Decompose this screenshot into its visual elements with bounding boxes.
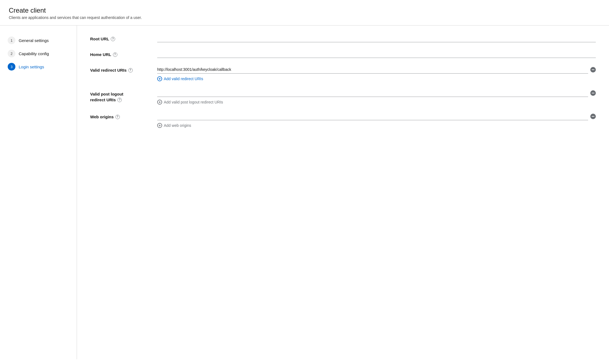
form-field-col-web-origins: + Add web origins <box>157 112 596 128</box>
remove-web-origin-button[interactable] <box>590 114 596 119</box>
web-origins-label: Web origins ? <box>90 114 151 119</box>
add-web-origins-link[interactable]: + Add web origins <box>157 123 191 128</box>
home-url-help-icon[interactable]: ? <box>113 52 117 57</box>
form-label-col-web-origins: Web origins ? <box>90 112 151 119</box>
step-badge-2: 2 <box>8 50 15 57</box>
add-web-origins-icon: + <box>157 123 162 128</box>
web-origins-input[interactable] <box>157 112 588 120</box>
add-valid-post-logout-uri-link[interactable]: + Add valid post logout redirect URIs <box>157 100 223 105</box>
web-origin-row <box>157 112 596 120</box>
sidebar: 1 General settings 2 Capability config 3… <box>0 26 77 359</box>
form-label-col-valid-post-logout: Valid post logout redirect URIs ? <box>90 89 151 103</box>
root-url-label: Root URL ? <box>90 37 151 41</box>
add-post-logout-uri-icon: + <box>157 100 162 105</box>
valid-post-logout-uri-row <box>157 89 596 97</box>
form-field-col-root-url <box>157 34 596 42</box>
form-row-valid-redirect-uris: Valid redirect URIs ? + Add valid redire… <box>90 66 596 81</box>
remove-post-logout-uri-button[interactable] <box>590 90 596 96</box>
valid-post-logout-label: Valid post logout redirect URIs ? <box>90 91 151 103</box>
form-field-col-valid-redirect: + Add valid redirect URIs <box>157 66 596 81</box>
form-label-col-home-url: Home URL ? <box>90 50 151 57</box>
form-row-home-url: Home URL ? <box>90 50 596 58</box>
valid-post-logout-uri-input[interactable] <box>157 89 588 97</box>
home-url-input[interactable] <box>157 50 596 58</box>
root-url-help-icon[interactable]: ? <box>111 37 115 41</box>
valid-redirect-uris-help-icon[interactable]: ? <box>128 68 133 72</box>
form-row-root-url: Root URL ? <box>90 34 596 42</box>
web-origins-help-icon[interactable]: ? <box>115 115 120 119</box>
sidebar-item-capability-config[interactable]: 2 Capability config <box>7 47 70 60</box>
main-content: Root URL ? Home URL ? <box>77 26 609 359</box>
sidebar-item-label-1: General settings <box>19 38 49 43</box>
add-redirect-uri-icon: + <box>157 76 162 81</box>
sidebar-item-login-settings[interactable]: 3 Login settings <box>7 61 70 73</box>
sidebar-item-label-2: Capability config <box>19 51 49 56</box>
page-subtitle: Clients are applications and services th… <box>9 15 600 20</box>
page-header: Create client Clients are applications a… <box>0 0 609 26</box>
valid-redirect-uris-label: Valid redirect URIs ? <box>90 68 151 72</box>
valid-redirect-uri-input[interactable] <box>157 66 588 74</box>
step-badge-1: 1 <box>8 37 15 44</box>
form-field-col-valid-post-logout: + Add valid post logout redirect URIs <box>157 89 596 105</box>
valid-post-logout-help-icon[interactable]: ? <box>117 98 122 102</box>
home-url-label: Home URL ? <box>90 52 151 57</box>
form-row-web-origins: Web origins ? + Add web origins <box>90 112 596 128</box>
sidebar-item-general-settings[interactable]: 1 General settings <box>7 34 70 46</box>
form-field-col-home-url <box>157 50 596 58</box>
root-url-input[interactable] <box>157 34 596 42</box>
add-valid-redirect-uri-link[interactable]: + Add valid redirect URIs <box>157 76 203 81</box>
page-title: Create client <box>9 7 600 14</box>
page-body: 1 General settings 2 Capability config 3… <box>0 26 609 359</box>
step-badge-3: 3 <box>8 63 15 71</box>
remove-redirect-uri-button[interactable] <box>590 67 596 72</box>
sidebar-item-label-3: Login settings <box>19 65 44 69</box>
form-label-col-valid-redirect: Valid redirect URIs ? <box>90 66 151 72</box>
valid-redirect-uri-row <box>157 66 596 74</box>
form-label-col-root-url: Root URL ? <box>90 34 151 41</box>
form-row-valid-post-logout: Valid post logout redirect URIs ? + Add … <box>90 89 596 105</box>
